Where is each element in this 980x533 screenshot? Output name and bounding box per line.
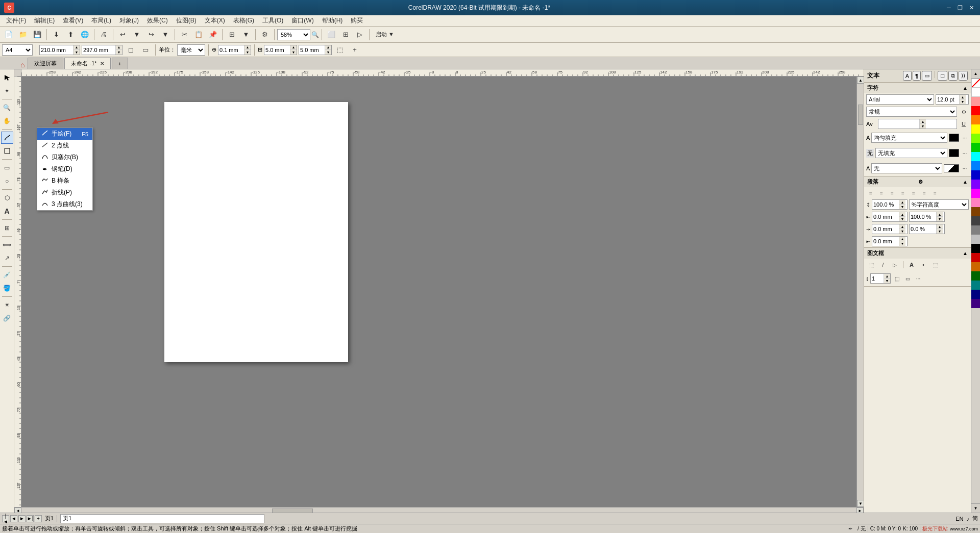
zoom-select[interactable]: 58% 100% 200% (277, 29, 310, 40)
bp-up[interactable]: ▲ (899, 212, 905, 217)
drawing-canvas[interactable]: 手绘(F) F5 2 点线 贝塞尔(B) (21, 77, 864, 507)
page-prev[interactable]: ◄ (10, 515, 17, 522)
fill-more-btn[interactable]: ··· (961, 131, 969, 144)
print-button[interactable]: 🖨 (97, 28, 110, 41)
swatch-black[interactable] (971, 244, 980, 253)
ind-up[interactable]: ▲ (899, 237, 905, 241)
indent-spin[interactable]: ▲ ▼ (872, 236, 908, 246)
before-para-pct-spin[interactable]: ▲ ▼ (909, 212, 945, 222)
swatch-purple[interactable] (971, 180, 980, 189)
bpp-up[interactable]: ▲ (937, 212, 943, 217)
swatch-yellow[interactable] (971, 124, 980, 134)
para-settings-icon[interactable]: ⚙ (918, 179, 923, 185)
open-button[interactable]: 📁 (16, 28, 30, 41)
swatch-red2[interactable] (971, 253, 980, 262)
ind-down[interactable]: ▼ (899, 241, 905, 246)
menu-table[interactable]: 表格(G) (229, 15, 258, 26)
swatch-purple2[interactable] (971, 299, 980, 308)
char-sp-up[interactable]: ▲ (920, 119, 926, 124)
swatch-blue-dark[interactable] (971, 170, 980, 180)
app-down[interactable]: ▼ (937, 229, 943, 234)
nudge-input[interactable] (218, 45, 244, 55)
panel-icon-para[interactable]: ¶ (913, 71, 921, 81)
redo-dropdown[interactable]: ▼ (159, 28, 172, 41)
palette-down[interactable]: ▼ (971, 503, 980, 513)
menu-file[interactable]: 文件(F) (2, 15, 30, 26)
menu-bspline[interactable]: B 样条 (37, 175, 92, 187)
paragraph-header[interactable]: 段落 ⚙ ▲ (864, 176, 971, 187)
tab-welcome[interactable]: 欢迎屏幕 (28, 58, 63, 69)
swatch-gray[interactable] (971, 225, 980, 235)
portrait-button[interactable]: ◻ (124, 43, 137, 57)
cols-input[interactable] (871, 274, 884, 283)
scroll-thumb-v[interactable] (858, 105, 863, 125)
scrollbar-vertical[interactable]: ▲ ▼ (856, 77, 864, 507)
swatch-green-light[interactable] (971, 134, 980, 143)
menu-tools[interactable]: 工具(O) (258, 15, 287, 26)
app-up[interactable]: ▲ (937, 224, 943, 229)
menu-effects[interactable]: 效果(C) (143, 15, 172, 26)
freehand-tool active[interactable] (1, 132, 13, 144)
fit-all-button[interactable]: ⬚ (333, 43, 347, 57)
underline-btn[interactable]: U (959, 119, 969, 129)
width-spinbox[interactable]: ▲ ▼ (39, 45, 80, 55)
menu-polyline[interactable]: 折线(P) (37, 187, 92, 198)
before-para-pct[interactable] (910, 212, 936, 221)
restore-button[interactable]: ❐ (955, 3, 965, 12)
page-last[interactable]: ►| (27, 515, 34, 522)
scrollbar-horizontal[interactable]: ◄ ► (14, 507, 864, 513)
frame-tool-1[interactable]: ⬚ (866, 260, 876, 270)
fill-tool[interactable]: 🪣 (1, 282, 13, 294)
freehand-node-tool[interactable]: ✦ (1, 85, 13, 97)
paste-button[interactable]: 📌 (206, 28, 219, 41)
panel-toggle-arrows[interactable]: ⟩⟩ (959, 71, 968, 81)
swatch-cyan[interactable] (971, 152, 980, 161)
after-para-input[interactable] (872, 224, 899, 234)
after-para-spin[interactable]: ▲ ▼ (872, 224, 908, 234)
menu-pen[interactable]: ✒ 钢笔(D) (37, 163, 92, 175)
table-tool[interactable]: ⊞ (1, 222, 13, 234)
menu-window[interactable]: 窗口(W) (287, 15, 317, 26)
font-family-select[interactable]: Arial (866, 94, 934, 105)
close-button[interactable]: ✕ (967, 3, 976, 12)
tab-document[interactable]: 未命名 -1* ✕ (64, 58, 110, 69)
swatch-gray-dark[interactable] (971, 216, 980, 225)
text-tool[interactable]: A (1, 205, 13, 217)
menu-layout[interactable]: 布局(L) (87, 15, 115, 26)
menu-buy[interactable]: 购买 (347, 15, 367, 26)
line-spacing-input[interactable] (872, 200, 899, 209)
y-input[interactable] (299, 45, 325, 55)
font-size-down[interactable]: ▼ (960, 99, 966, 104)
pen-status[interactable]: ✒ (845, 525, 855, 533)
page-add[interactable]: + (35, 515, 42, 522)
settings-button[interactable]: ⚙ (258, 28, 272, 41)
swatch-gray-light[interactable] (971, 235, 980, 244)
line-spacing-spin[interactable]: ▲ ▼ (872, 199, 908, 210)
cols-spin[interactable]: ▲ ▼ (870, 273, 891, 284)
swatch-white[interactable] (971, 88, 980, 97)
font-size-spinbox[interactable]: ▲ ▼ (936, 94, 969, 105)
menu-freehand[interactable]: 手绘(F) F5 (37, 128, 92, 140)
nudge-up[interactable]: ▲ (244, 45, 251, 50)
align-center[interactable]: ≡ (877, 188, 886, 197)
ls-up[interactable]: ▲ (899, 200, 905, 205)
menu-bitmap[interactable]: 位图(B) (172, 15, 201, 26)
x-up[interactable]: ▲ (290, 45, 297, 50)
page-name-input[interactable] (60, 514, 264, 523)
home-icon[interactable]: ⌂ (20, 61, 24, 69)
nudge-down[interactable]: ▼ (244, 50, 251, 55)
frame-tool-2[interactable]: / (878, 260, 888, 270)
panel-icon-a[interactable]: A (903, 71, 912, 81)
add-page-button[interactable]: + (348, 43, 361, 57)
y-up[interactable]: ▲ (325, 45, 331, 50)
bg-color-box[interactable] (949, 149, 959, 157)
frame-more[interactable]: ··· (914, 272, 923, 285)
height-down[interactable]: ▼ (116, 50, 122, 55)
eyedropper-tool[interactable]: 💉 (1, 269, 13, 281)
frame-btn1[interactable]: ⬚ (892, 274, 901, 283)
view-toggle-button[interactable]: ⊞ (339, 28, 352, 41)
interactive-tool[interactable]: ✴ (1, 299, 13, 311)
scroll-down-button[interactable]: ▼ (857, 500, 864, 507)
frame-header[interactable]: 图文框 ▲ (864, 248, 971, 259)
before-para-input[interactable] (872, 212, 899, 221)
